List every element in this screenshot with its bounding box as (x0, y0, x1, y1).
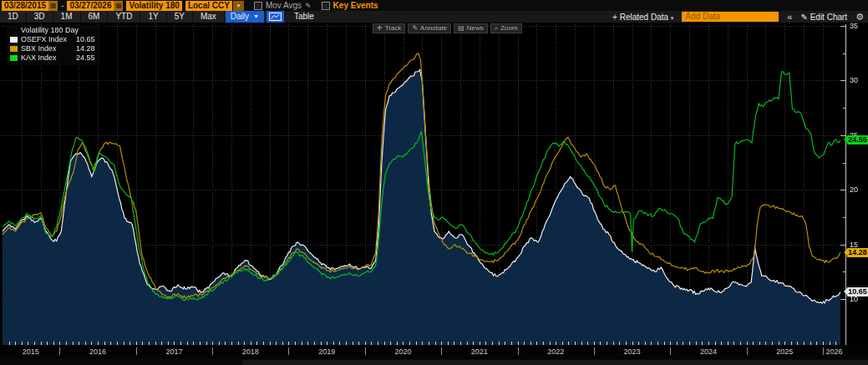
series-swatch (10, 46, 18, 52)
annotate-button[interactable]: ✎ Annotate (408, 23, 451, 33)
x-axis-year-label: 2019 (318, 347, 335, 356)
right-toolbar-cluster: + Related Data ▾ Add Data « ✎ Edit Chart… (612, 12, 868, 23)
year-separator-tick (365, 347, 366, 355)
x-axis-year-label: 2022 (547, 347, 564, 356)
axis-last-value-badge: 14.28 (847, 248, 868, 257)
series-label: OSEFX Index (21, 35, 73, 44)
range-button-ytd[interactable]: YTD (108, 11, 140, 23)
date-to-input[interactable]: 03/27/2026 (67, 1, 114, 11)
track-button[interactable]: ✛ Track (373, 23, 405, 33)
settings-toolbar: 03/28/2015 ▦ - 03/27/2026 ▦ Volatility 1… (0, 0, 868, 11)
chart-tool-buttons: ✛ Track ✎ Annotate ▤ News ⌕ Zoom (373, 23, 522, 33)
x-axis-year-label: 2023 (624, 347, 641, 356)
mov-avgs-checkbox[interactable] (254, 2, 262, 10)
key-events-label: Key Events (333, 1, 378, 10)
range-button-1d[interactable]: 1D (0, 11, 27, 23)
related-data-label: + Related Data (612, 13, 668, 22)
legend-item-osefx[interactable]: OSEFX Index 10.65 (10, 35, 95, 44)
date-from-input[interactable]: 03/28/2015 (2, 1, 48, 11)
range-button-max[interactable]: Max (193, 11, 225, 23)
range-button-1m[interactable]: 1M (53, 11, 81, 23)
x-axis-year-label: 2024 (700, 347, 717, 356)
scrollbar-thumb[interactable] (242, 360, 868, 365)
x-axis-year-label: 2021 (471, 347, 488, 356)
year-separator-tick (136, 347, 137, 355)
x-axis-year-label: 2016 (89, 347, 106, 356)
date-to-group: 03/27/2026 ▦ (67, 1, 123, 11)
year-separator-tick (518, 347, 519, 355)
line-chart-type-button[interactable] (266, 11, 284, 23)
annotate-label: Annotate (420, 24, 447, 33)
chart-legend: Volatility 180 Day OSEFX Index 10.65 SBX… (7, 25, 100, 65)
track-icon: ✛ (377, 24, 383, 33)
calendar-icon[interactable]: ▦ (48, 1, 58, 11)
news-icon: ▤ (458, 24, 464, 33)
line-chart-icon (269, 13, 282, 21)
range-button-6m[interactable]: 6M (81, 11, 109, 23)
periodicity-dropdown[interactable]: Daily ▼ (226, 11, 264, 23)
x-axis-year-label: 2017 (165, 347, 182, 356)
related-data-button[interactable]: + Related Data ▾ (612, 13, 673, 22)
year-separator-tick (288, 347, 289, 355)
y-axis-tick-label: 35 (850, 22, 858, 30)
series-value: 14.28 (76, 44, 95, 53)
pencil-icon[interactable]: ✎ (305, 2, 312, 10)
zoom-button[interactable]: ⌕ Zoom (490, 23, 522, 33)
track-label: Track (385, 24, 402, 33)
chevron-down-icon[interactable]: ▾ (233, 1, 244, 11)
periodicity-label: Daily (231, 11, 249, 23)
legend-item-sbx[interactable]: SBX Index 14.28 (10, 44, 95, 53)
currency-group: Local CCY ▾ (185, 1, 244, 11)
chevron-down-icon: ▾ (671, 15, 674, 21)
axis-last-value-badge: 10.65 (847, 287, 868, 297)
range-button-3d[interactable]: 3D (27, 11, 53, 23)
year-separator-tick (212, 347, 213, 355)
y-axis-tick-label: 30 (850, 76, 858, 84)
mov-avgs-label: Mov Avgs (266, 1, 302, 10)
x-axis: 2015201620172018201920202021202220232024… (0, 345, 868, 359)
range-button-5y[interactable]: 5Y (167, 11, 193, 23)
key-events-checkbox[interactable] (322, 2, 330, 10)
gear-icon[interactable]: ⚙ (855, 12, 864, 23)
series-swatch (10, 55, 18, 61)
news-button[interactable]: ▤ News (454, 23, 488, 33)
range-toolbar: 1D 3D 1M 6M YTD 1Y 5Y Max Daily ▼ Table … (0, 11, 868, 23)
chevron-down-icon: ▼ (253, 11, 259, 23)
chart-plot-area: Volatility 180 Day OSEFX Index 10.65 SBX… (0, 23, 868, 345)
year-separator-tick (747, 347, 748, 355)
series-value: 10.65 (76, 35, 95, 44)
date-from-group: 03/28/2015 ▦ (2, 1, 58, 11)
series-label: SBX Index (21, 44, 73, 53)
axis-last-value-badge: 24.55 (847, 135, 868, 144)
legend-item-kax[interactable]: KAX Index 24.55 (10, 53, 95, 63)
calendar-icon[interactable]: ▦ (114, 1, 123, 11)
edit-chart-label: Edit Chart (810, 13, 847, 22)
x-axis-year-label: 2026 (825, 347, 842, 356)
currency-select[interactable]: Local CCY (185, 1, 232, 11)
series-label: KAX Index (21, 53, 73, 63)
range-button-1y[interactable]: 1Y (140, 11, 166, 23)
price-chart-canvas[interactable] (0, 23, 868, 345)
year-separator-tick (59, 347, 60, 355)
chart-application-window: 03/28/2015 ▦ - 03/27/2026 ▦ Volatility 1… (0, 0, 868, 365)
year-separator-tick (441, 347, 442, 355)
year-separator-tick (594, 347, 595, 355)
x-axis-year-label: 2015 (23, 347, 39, 356)
year-separator-tick (823, 347, 824, 355)
add-data-input[interactable]: Add Data (682, 12, 779, 22)
study-input[interactable]: Volatility 180 (126, 1, 181, 11)
collapse-panel-icon[interactable]: « (787, 12, 792, 22)
series-value: 24.55 (76, 53, 95, 63)
series-swatch (10, 37, 18, 43)
legend-title: Volatility 180 Day (10, 26, 95, 35)
x-axis-year-label: 2025 (776, 347, 793, 356)
zoom-icon: ⌕ (495, 24, 498, 33)
edit-chart-button[interactable]: ✎ Edit Chart (800, 13, 847, 22)
zoom-label: Zoom (500, 24, 517, 33)
x-axis-year-label: 2018 (242, 347, 259, 356)
date-range-separator: - (61, 1, 63, 10)
x-axis-year-label: 2020 (394, 347, 411, 356)
horizontal-scrollbar[interactable] (0, 359, 868, 365)
table-button[interactable]: Table (284, 11, 324, 23)
year-separator-tick (670, 347, 671, 355)
